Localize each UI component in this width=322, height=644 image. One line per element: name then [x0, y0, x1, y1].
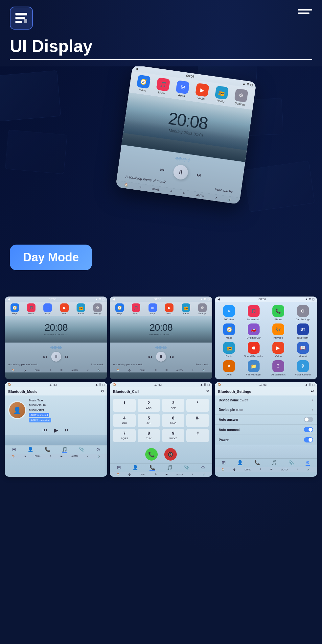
bt-chevron-device-name[interactable]: › — [312, 398, 313, 402]
bt-settings-tab-gear[interactable]: ⚙ — [306, 460, 310, 466]
bt-music-home[interactable]: 🏠 — [12, 455, 15, 458]
ss-app-maps-1[interactable]: 🧭 Maps — [11, 303, 19, 315]
next-button[interactable]: ⏭ — [194, 170, 204, 180]
dial-3[interactable]: 3DEF — [162, 399, 184, 412]
ss-app-apps-2[interactable]: ⊞ Apps — [149, 303, 157, 315]
bt-music-power[interactable]: ⏻ — [24, 455, 26, 457]
ss-power-2[interactable]: ⏻ — [128, 369, 131, 371]
app-apps[interactable]: ⊞ Apps — [175, 80, 190, 98]
dial-7[interactable]: 7PQRS — [113, 429, 135, 442]
app-radio[interactable]: 📻 Radio — [214, 85, 229, 104]
bt-chevron-device-pin[interactable]: › — [312, 407, 313, 412]
ss-prev-2[interactable]: ⏮ — [148, 354, 152, 359]
bt-settings-vol[interactable]: 🔊 — [307, 468, 310, 471]
bt-tab-circle[interactable]: ⊙ — [96, 447, 100, 453]
ag-app-video[interactable]: ▶ Video — [267, 342, 289, 358]
ss-app-video-2[interactable]: ▶ Vedio — [165, 303, 173, 315]
ss-app-settings-2[interactable]: ⚙ Settings — [198, 303, 207, 315]
bottom-home[interactable]: 🏠 — [124, 183, 128, 187]
bt-call-close[interactable]: ✕ — [206, 389, 209, 394]
bt-call-power[interactable]: ⏻ — [128, 473, 131, 476]
ss-vol-1[interactable]: 🔊 — [98, 369, 101, 371]
bt-settings-power[interactable]: ⏻ — [233, 468, 236, 471]
ss-back-1[interactable]: ◀ — [8, 298, 10, 301]
ag-app-soundrecorder[interactable]: ⏺ Sound Recorder — [242, 342, 264, 358]
bt-call-vol[interactable]: 🔊 — [202, 473, 205, 476]
bt-tab-grid[interactable]: ⊞ — [12, 447, 16, 453]
ag-app-maps[interactable]: 🧭 Maps — [218, 323, 240, 339]
bt-call-tab-clip[interactable]: 📎 — [184, 465, 190, 471]
ag-app-voicecontrol[interactable]: 🎙 Voice Control — [292, 360, 314, 376]
ag-app-radio[interactable]: 📻 Radio — [218, 342, 240, 358]
app-maps[interactable]: 🧭 Maps — [136, 75, 151, 93]
ag-app-avin[interactable]: A Avin — [218, 360, 240, 376]
ag-app-localmusic[interactable]: 🎵 Localmusic — [242, 305, 264, 321]
dial-0dash[interactable]: 0- — [186, 414, 209, 427]
dial-1[interactable]: 1 — [113, 399, 135, 412]
ag-app-dispsettings[interactable]: 🎚 DispSettings — [267, 360, 289, 376]
dial-6[interactable]: 6MNO — [162, 414, 184, 427]
prev-button[interactable]: ⏮ — [157, 164, 168, 175]
bt-tab-music[interactable]: 🎵 — [62, 447, 67, 453]
call-accept-button[interactable]: 📞 — [145, 448, 158, 461]
app-music[interactable]: 🎵 Music — [155, 77, 170, 95]
dial-9[interactable]: 9WXYZ — [162, 429, 184, 442]
bt-settings-back-btn[interactable]: ↩ — [311, 389, 314, 394]
bottom-vol[interactable]: 🔊 — [227, 198, 231, 202]
dial-5[interactable]: 5JKL — [138, 414, 160, 427]
ag-app-kuwooo[interactable]: 🎶 Kuwooo — [267, 323, 289, 339]
bt-toggle-auto-answer[interactable] — [304, 417, 313, 422]
ss-power-1[interactable]: ⏻ — [24, 369, 26, 371]
bt-next[interactable]: ⏭ — [65, 427, 70, 433]
app-video[interactable]: ▶ Vedio — [195, 83, 209, 101]
menu-icon[interactable] — [298, 7, 312, 14]
ss-vol-2[interactable]: 🔊 — [202, 369, 205, 371]
dial-8[interactable]: 8TUV — [138, 429, 160, 442]
bt-settings-tab-person[interactable]: 👤 — [237, 460, 243, 466]
dial-star[interactable]: * — [186, 399, 209, 412]
ss-home-1[interactable]: 🏠 — [12, 369, 15, 371]
ss-app-music-1[interactable]: 🎵 Music — [27, 303, 35, 315]
bt-tab-person[interactable]: 👤 — [28, 447, 33, 453]
bt-music-refresh[interactable]: ↺ — [101, 389, 104, 394]
ss-prev-1[interactable]: ⏮ — [43, 354, 47, 359]
ss-play-1[interactable]: ⏸ — [51, 352, 61, 362]
bt-tab-phone[interactable]: 📞 — [45, 447, 50, 453]
ss-back-2[interactable]: ◀ — [112, 298, 115, 301]
bt-call-back[interactable]: 🏠 — [112, 383, 116, 386]
bt-call-tab-person[interactable]: 👤 — [132, 465, 138, 471]
call-reject-button[interactable]: 📵 — [164, 448, 177, 461]
bt-call-tab-music[interactable]: 🎵 — [167, 465, 172, 471]
ag-app-filemanager[interactable]: 📁 File Manager — [242, 360, 264, 376]
ss-play-2[interactable]: ⏸ — [156, 352, 166, 362]
bt-music-back[interactable]: 🏠 — [8, 383, 11, 386]
ss-app-apps-1[interactable]: ⊞ Apps — [43, 303, 52, 315]
bt-settings-back[interactable]: 🏠 — [218, 383, 221, 386]
bt-music-vol[interactable]: 🔊 — [98, 455, 101, 458]
ss-app-settings-1[interactable]: ⚙ Settings — [93, 303, 102, 315]
ag-app-360view[interactable]: 360 360 view — [218, 305, 240, 321]
bt-toggle-power[interactable] — [304, 437, 313, 442]
bt-settings-tab-music[interactable]: 🎵 — [271, 460, 277, 466]
bt-settings-tab-grid[interactable]: ⊞ — [222, 460, 226, 466]
bt-toggle-auto-connect[interactable] — [304, 427, 313, 432]
app-settings[interactable]: ⚙ Settings — [234, 88, 248, 107]
bt-call-tab-grid[interactable]: ⊞ — [117, 465, 121, 471]
ss-app-maps-2[interactable]: 🧭 Maps — [115, 303, 124, 315]
ag-app-originalcar[interactable]: 🚗 Original Car — [242, 323, 264, 339]
bt-call-tab-phone[interactable]: 📞 — [150, 465, 155, 471]
ag-app-carsettings[interactable]: ⚙ Car Settings — [292, 305, 314, 321]
bt-settings-home[interactable]: 🏠 — [221, 468, 224, 471]
bt-settings-tab-clip[interactable]: 📎 — [288, 460, 294, 466]
ag-app-manual[interactable]: 📖 Manual — [292, 342, 314, 358]
dial-hash[interactable]: # — [186, 429, 209, 442]
ag-app-phone[interactable]: 📞 Phone — [267, 305, 289, 321]
ag-app-bluetooth[interactable]: BT Bluetooth — [292, 323, 314, 339]
ss-app-radio-1[interactable]: 📻 Radio — [77, 303, 85, 315]
bt-tab-clip[interactable]: 📎 — [79, 447, 84, 453]
ss-app-music-2[interactable]: 🎵 Music — [132, 303, 140, 315]
bt-settings-tab-phone[interactable]: 📞 — [254, 460, 260, 466]
ss-app-radio-2[interactable]: 📻 Radio — [182, 303, 190, 315]
bt-prev[interactable]: ⏮ — [42, 427, 48, 433]
ss-home-2[interactable]: 🏠 — [117, 369, 120, 371]
